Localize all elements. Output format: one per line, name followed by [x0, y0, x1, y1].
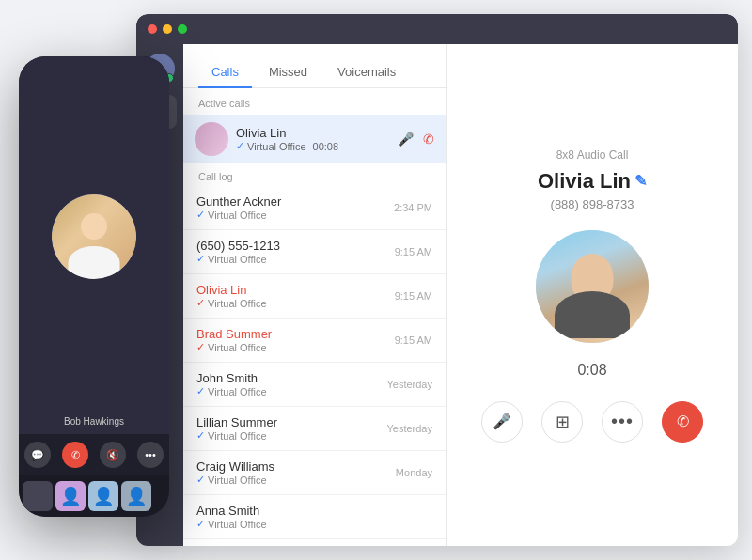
active-call-info: Olivia Lin ✓ Virtual Office 00:08	[236, 126, 390, 152]
phone-thumb-1[interactable]	[23, 481, 53, 511]
right-caller-name: Olivia Lin ✎	[538, 169, 647, 194]
call-item-name: Brad Summer	[196, 327, 395, 341]
active-call-actions: 🎤 ✆	[398, 132, 434, 147]
right-caller-phone: (888) 898-8733	[551, 197, 634, 211]
call-item-name: Lillian Summer	[196, 415, 386, 429]
call-item-info: Brad Summer ✓ Virtual Office	[196, 327, 395, 353]
active-call-sub: ✓ Virtual Office 00:08	[236, 140, 390, 152]
phone-caller-name: Bob Hawkings	[64, 416, 124, 427]
call-controls: 🎤 ⊞ ••• ✆	[481, 401, 703, 443]
call-item-time: 2:34 PM	[394, 202, 432, 213]
call-item[interactable]: Gunther Ackner ✓ Virtual Office 2:34 PM	[183, 186, 446, 230]
call-item[interactable]: Lillian Summer ✓ Virtual Office Yesterda…	[183, 407, 446, 451]
call-item-sub: ✓ Virtual Office	[196, 209, 394, 221]
phone-controls: 💬 ✆ 🔇 •••	[19, 434, 169, 475]
end-call-button[interactable]: ✆	[662, 401, 703, 443]
phone-caller-avatar	[52, 194, 136, 279]
call-item-name: Gunther Ackner	[196, 194, 394, 209]
call-item[interactable]: John Smith ✓ Virtual Office Yesterday	[183, 363, 446, 407]
dialpad-button[interactable]: ⊞	[541, 401, 583, 443]
call-item-name: Craig Williams	[196, 459, 396, 474]
call-item-sub: ✓ Virtual Office	[196, 429, 386, 442]
call-item-info: Gunther Ackner ✓ Virtual Office	[196, 194, 394, 221]
call-item-sub: ✓ Virtual Office	[196, 518, 432, 530]
more-options-button[interactable]: •••	[602, 401, 643, 443]
tab-missed[interactable]: Missed	[256, 57, 321, 88]
active-call-avatar	[195, 122, 228, 156]
call-list: Gunther Ackner ✓ Virtual Office 2:34 PM …	[183, 186, 446, 546]
maximize-dot[interactable]	[178, 24, 187, 34]
active-calls-label: Active calls	[183, 88, 446, 115]
call-item[interactable]: (650) 555-1213 ✓ Virtual Office 9:15 AM	[183, 230, 446, 274]
app-content: O ☎ 🔍 👤 Calls Missed Voicemails Active c…	[136, 44, 738, 546]
call-item-name: (650) 555-1213	[196, 239, 395, 253]
right-panel: 8x8 Audio Call Olivia Lin ✎ (888) 898-87…	[446, 44, 738, 546]
call-item-info: Craig Williams ✓ Virtual Office	[196, 459, 396, 486]
call-item-name: Anna Smith	[196, 504, 432, 518]
call-item-time: 9:15 AM	[395, 334, 432, 346]
active-call-item[interactable]: Olivia Lin ✓ Virtual Office 00:08 🎤 ✆	[183, 115, 446, 163]
check-icon: ✓	[236, 140, 244, 152]
call-item-sub: ✓ Virtual Office	[196, 385, 386, 397]
phone-mute-btn[interactable]: 🔇	[100, 442, 126, 468]
mute-call-btn[interactable]: 🎤	[398, 132, 414, 147]
call-item[interactable]: Olivia Lin ✓ Virtual Office 9:15 AM	[183, 274, 446, 319]
check-icon: ✓	[196, 385, 205, 397]
call-item-name: John Smith	[196, 371, 386, 385]
call-item[interactable]: Craig Williams ✓ Virtual Office Monday	[183, 451, 446, 495]
phone-avatar-area	[19, 56, 169, 416]
call-item[interactable]: Anna Smith ✓ Virtual Office	[183, 495, 446, 539]
tab-voicemails[interactable]: Voicemails	[324, 57, 409, 88]
check-icon: ✓	[196, 253, 205, 265]
right-caller-avatar	[536, 230, 649, 343]
call-item-time: Monday	[396, 467, 432, 478]
call-item-sub: ✓ Virtual Office	[196, 253, 395, 265]
call-item-time: 9:15 AM	[395, 246, 432, 257]
check-icon: ✓	[196, 209, 205, 221]
tabs-bar: Calls Missed Voicemails	[183, 44, 446, 88]
phone-thumb-2[interactable]: 👤	[55, 481, 86, 511]
edit-icon[interactable]: ✎	[634, 172, 647, 190]
call-item-info: John Smith ✓ Virtual Office	[196, 371, 386, 397]
call-item-info: Lillian Summer ✓ Virtual Office	[196, 415, 386, 442]
avatar-image	[536, 230, 649, 343]
middle-panel: Calls Missed Voicemails Active calls Oli…	[183, 44, 446, 546]
call-item-sub: ✓ Virtual Office	[196, 297, 395, 309]
phone-screen: Bob Hawkings 💬 ✆ 🔇 ••• 👤 👤 👤	[19, 56, 169, 517]
call-item-time: Yesterday	[386, 423, 432, 434]
call-item[interactable]: Brad Summer ✓ Virtual Office 9:15 AM	[183, 319, 446, 363]
call-log-label: Call log	[183, 163, 446, 186]
end-active-call-btn[interactable]: ✆	[423, 132, 434, 147]
check-icon: ✓	[196, 474, 205, 486]
call-type-label: 8x8 Audio Call	[556, 148, 629, 162]
call-timer: 0:08	[577, 362, 606, 379]
call-item-time: 9:15 AM	[395, 290, 432, 302]
phone-more-btn[interactable]: •••	[137, 442, 164, 468]
call-item-info: Anna Smith ✓ Virtual Office	[196, 504, 432, 530]
desktop-app: O ☎ 🔍 👤 Calls Missed Voicemails Active c…	[136, 14, 738, 546]
call-item-info: (650) 555-1213 ✓ Virtual Office	[196, 239, 395, 265]
check-icon: ✓	[196, 341, 205, 353]
call-item-time: Yesterday	[386, 379, 432, 390]
call-item-sub: ✓ Virtual Office	[196, 341, 395, 353]
phone-thumbnails: 👤 👤 👤	[19, 475, 169, 517]
check-icon: ✓	[196, 297, 205, 309]
close-dot[interactable]	[148, 24, 157, 34]
call-item-info: Olivia Lin ✓ Virtual Office	[196, 283, 395, 309]
phone-device: Bob Hawkings 💬 ✆ 🔇 ••• 👤 👤 👤	[19, 56, 169, 517]
phone-end-call-btn[interactable]: ✆	[62, 442, 88, 468]
title-bar	[136, 14, 738, 44]
phone-thumb-3[interactable]: 👤	[88, 481, 118, 511]
minimize-dot[interactable]	[163, 24, 172, 34]
active-call-name: Olivia Lin	[236, 126, 390, 140]
call-item-sub: ✓ Virtual Office	[196, 474, 396, 486]
call-item-name: Olivia Lin	[196, 283, 395, 297]
phone-chat-btn[interactable]: 💬	[24, 442, 51, 468]
check-icon: ✓	[196, 429, 205, 442]
tab-calls[interactable]: Calls	[198, 57, 252, 88]
phone-thumb-4[interactable]: 👤	[121, 481, 151, 511]
check-icon: ✓	[196, 518, 205, 530]
mute-button[interactable]: 🎤	[481, 401, 523, 443]
